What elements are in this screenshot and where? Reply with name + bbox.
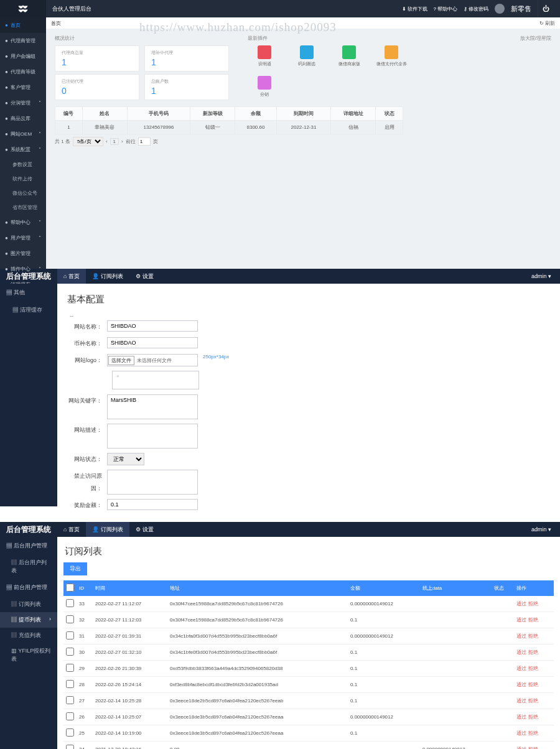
- row-checkbox[interactable]: [66, 712, 74, 720]
- plugin-item[interactable]: 码到圈选: [290, 45, 324, 67]
- menu-icon: ●: [5, 69, 8, 75]
- row-checkbox[interactable]: [66, 599, 74, 607]
- pager-next[interactable]: ›: [121, 139, 123, 144]
- stat-card: 代理商总量1: [55, 45, 139, 72]
- sidebar-item[interactable]: ▦ 前台用户管理: [0, 579, 57, 597]
- breadcrumb-text[interactable]: 首页: [51, 20, 61, 27]
- status-select[interactable]: 正常: [107, 453, 144, 465]
- select-all-checkbox[interactable]: [66, 584, 74, 592]
- row-action[interactable]: 通过 拒绝: [516, 682, 538, 687]
- sidebar-item[interactable]: ●网站OEM˅: [0, 126, 46, 142]
- sidebar-subitem[interactable]: ▥ 订阅列表: [0, 597, 57, 612]
- row-checkbox[interactable]: [66, 664, 74, 672]
- forbid-reason-input[interactable]: [107, 470, 198, 495]
- link-password[interactable]: ⚷ 修改密码: [464, 6, 488, 12]
- sidebar-subitem[interactable]: ▥ 充值列表: [0, 628, 57, 643]
- username[interactable]: 新零售: [511, 4, 531, 14]
- menu-icon: ●: [5, 54, 8, 59]
- plugin-item[interactable]: 分销: [248, 76, 281, 98]
- table-row: 292022-02-26 21:30:390xd53f9dbb3833f663a…: [63, 661, 554, 677]
- row-action[interactable]: 通过 拒绝: [516, 714, 538, 720]
- sidebar-subitem[interactable]: ▦ 清理缓存: [0, 302, 57, 319]
- sidebar-item[interactable]: ●客户管理: [0, 80, 46, 95]
- link-download[interactable]: ⬇ 软件下载: [402, 6, 427, 12]
- sidebar-subitem[interactable]: 软件上传: [0, 172, 46, 186]
- logo-preview: ▫️: [112, 371, 199, 389]
- row-checkbox[interactable]: [66, 680, 74, 688]
- sidebar-item[interactable]: ●分润管理˅: [0, 95, 46, 111]
- tab[interactable]: ⚙设置: [129, 269, 160, 284]
- sidebar-subitem[interactable]: 省市区管理: [0, 200, 46, 215]
- tab[interactable]: 👤订阅列表: [86, 522, 129, 537]
- sidebar-item[interactable]: ●代理商管理: [0, 33, 46, 49]
- row-checkbox[interactable]: [66, 696, 74, 704]
- logout-icon[interactable]: ⏻: [538, 0, 554, 17]
- page-size-select[interactable]: 5条/页: [73, 137, 103, 146]
- p1-sidebar: ●首页●代理商管理●用户会编组●代理商等级●客户管理●分润管理˅●商品云库●网站…: [0, 17, 46, 269]
- p1-main: 首页 ↻ 刷新 https://www.huzhan.com/ishop2009…: [46, 17, 560, 269]
- reward-input[interactable]: [107, 499, 198, 510]
- site-name-input[interactable]: [107, 320, 198, 332]
- row-action[interactable]: 通过 拒绝: [516, 698, 538, 704]
- sidebar-subitem[interactable]: 微信公众号: [0, 186, 46, 200]
- row-checkbox[interactable]: [66, 728, 74, 737]
- sidebar-item[interactable]: ▦ 其他: [0, 284, 57, 302]
- table-row: 332022-02-27 11:12:070x30f47cee15988ca7d…: [63, 596, 554, 612]
- pager-prev[interactable]: ‹: [106, 139, 108, 144]
- tab[interactable]: ⚙设置: [129, 522, 160, 537]
- p1-logo: [0, 0, 46, 17]
- menu-icon: ●: [5, 100, 8, 106]
- intro-input[interactable]: [107, 424, 198, 449]
- sidebar-subitem[interactable]: ▥ 后台用户列表: [0, 555, 57, 579]
- row-checkbox[interactable]: [66, 648, 74, 656]
- tab-icon: ⌂: [63, 273, 67, 279]
- coin-name-input[interactable]: [107, 337, 198, 348]
- sidebar-subitem[interactable]: 参数设置: [0, 157, 46, 172]
- p3-sidebar: ▦ 后台用户管理▥ 后台用户列表▦ 前台用户管理▥ 订阅列表▥ 提币列表›▥ 充…: [0, 537, 57, 749]
- row-action[interactable]: 通过 拒绝: [516, 601, 538, 607]
- sidebar-item[interactable]: ●代理商等级: [0, 64, 46, 80]
- row-checkbox[interactable]: [66, 745, 74, 749]
- table-row: 252022-02-14 10:19:000x3eece18de3b5cd897…: [63, 725, 554, 742]
- breadcrumb: 首页 ↻ 刷新 https://www.huzhan.com/ishop2009…: [46, 17, 560, 29]
- keywords-input[interactable]: MarsSHIB: [107, 394, 198, 419]
- row-checkbox[interactable]: [66, 615, 74, 623]
- row-action[interactable]: 通过 拒绝: [516, 730, 538, 736]
- sidebar-item[interactable]: ●图片管理: [0, 246, 46, 261]
- refresh-link[interactable]: ↻ 刷新: [539, 20, 555, 27]
- sidebar-item[interactable]: ▦ 后台用户管理: [0, 537, 57, 555]
- row-action[interactable]: 通过 拒绝: [516, 633, 538, 639]
- sidebar-item[interactable]: ●首页: [0, 17, 46, 33]
- row-action[interactable]: 通过 拒绝: [516, 666, 538, 671]
- sidebar-item[interactable]: ●商品云库: [0, 111, 46, 126]
- tab[interactable]: ⌂首页: [57, 522, 86, 537]
- stats-title: 概况统计: [55, 35, 229, 42]
- sidebar-item[interactable]: ●系统配置˄: [0, 142, 46, 157]
- p2-header: 后台管理系统 ⌂首页👤订阅列表⚙设置 admin ▾: [0, 269, 560, 284]
- row-action[interactable]: 通过 拒绝: [516, 649, 538, 655]
- plugin-item[interactable]: 微信支付代金券: [375, 45, 408, 67]
- tab[interactable]: 👤订阅列表: [86, 269, 129, 284]
- table-row: 242021-12-30 18:42:160.080.0000000014901…: [63, 742, 554, 750]
- menu-icon: ●: [5, 131, 8, 137]
- avatar[interactable]: [495, 4, 505, 14]
- plugin-item[interactable]: 设明通: [248, 45, 281, 67]
- sidebar-subitem[interactable]: ▥ YFILP授权列表: [0, 643, 57, 667]
- pager-goto-input[interactable]: [138, 137, 151, 146]
- row-action[interactable]: 通过 拒绝: [516, 747, 538, 749]
- tab[interactable]: ⌂首页: [57, 269, 86, 284]
- tab-icon: ⚙: [136, 273, 141, 279]
- plugin-item[interactable]: 微信商家版: [332, 45, 366, 67]
- p2-user[interactable]: admin ▾: [531, 273, 560, 279]
- menu-icon: ●: [5, 22, 8, 28]
- sidebar-item[interactable]: ●帮助中心˅: [0, 215, 46, 230]
- row-checkbox[interactable]: [66, 631, 74, 640]
- sidebar-item[interactable]: ●用户会编组: [0, 49, 46, 64]
- export-button[interactable]: 导出: [63, 562, 87, 575]
- p3-user[interactable]: admin ▾: [531, 526, 560, 533]
- link-help[interactable]: ? 帮助中心: [434, 6, 457, 12]
- sidebar-item[interactable]: ●用户管理˅: [0, 230, 46, 246]
- logo-file-input[interactable]: 选择文件未选择任何文件: [107, 354, 198, 366]
- row-action[interactable]: 通过 拒绝: [516, 617, 538, 623]
- sidebar-subitem[interactable]: ▥ 提币列表›: [0, 612, 57, 628]
